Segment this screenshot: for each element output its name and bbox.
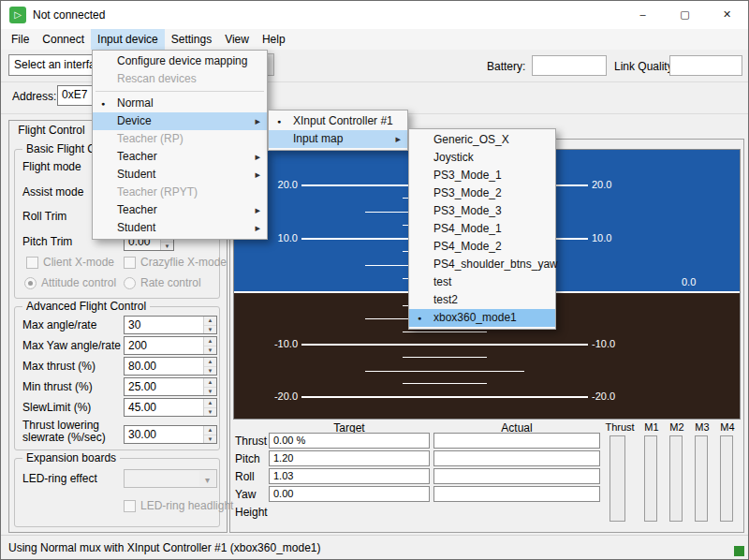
menu-connect[interactable]: Connect bbox=[36, 29, 91, 50]
menu-item-ps4-mode-2[interactable]: PS4_Mode_2 bbox=[409, 238, 555, 256]
horizon-label: 0.0 bbox=[682, 276, 696, 287]
max-yaw-angle-rate-value: 200 bbox=[128, 339, 147, 352]
group-advanced-flight-control: Advanced Flight Control Max angle/rate 3… bbox=[14, 306, 220, 450]
spinner-buttons-icon[interactable] bbox=[203, 399, 216, 416]
menu-file[interactable]: File bbox=[5, 29, 36, 50]
chevron-down-icon bbox=[199, 471, 215, 486]
pitch-label-right: 20.0 bbox=[592, 179, 611, 190]
window-controls: – ▢ ✕ bbox=[622, 1, 748, 29]
yaw-target-field[interactable]: 0.00 bbox=[269, 486, 430, 502]
motor-header-m1: M1 bbox=[640, 421, 663, 433]
row-label-pitch: Pitch bbox=[235, 452, 260, 465]
menu-settings[interactable]: Settings bbox=[165, 29, 218, 50]
max-thrust-spinbox[interactable]: 80.00 bbox=[124, 357, 217, 376]
min-thrust-label: Min thrust (%) bbox=[22, 380, 93, 393]
spinner-buttons-icon[interactable] bbox=[203, 337, 216, 354]
attitude-control-radio bbox=[24, 277, 37, 289]
min-thrust-spinbox[interactable]: 25.00 bbox=[124, 377, 217, 396]
menu-item-normal[interactable]: Normal bbox=[93, 95, 267, 112]
slewlimit-spinbox[interactable]: 45.00 bbox=[124, 398, 217, 417]
connection-led bbox=[734, 546, 744, 556]
pitch-actual-field[interactable] bbox=[433, 450, 600, 466]
pitch-target-field[interactable]: 1.20 bbox=[269, 450, 430, 466]
menu-item-xbox360-mode1[interactable]: xbox360_mode1 bbox=[409, 309, 555, 327]
menu-item-student[interactable]: Student bbox=[93, 219, 267, 237]
menu-input-device[interactable]: Input device bbox=[91, 29, 165, 50]
menu-item-device[interactable]: Device bbox=[93, 112, 267, 130]
menu-item-generic-os-x[interactable]: Generic_OS_X bbox=[409, 131, 555, 149]
client-xmode-label: Client X-mode bbox=[43, 256, 114, 269]
menu-item-ps4-mode-1[interactable]: PS4_Mode_1 bbox=[409, 220, 555, 238]
link-quality-field bbox=[669, 55, 742, 76]
menu-item-xinput-controller-1[interactable]: XInput Controller #1 bbox=[269, 112, 407, 130]
battery-field bbox=[532, 55, 607, 76]
thrust-lowering-slewrate-spinbox[interactable]: 30.00 bbox=[124, 425, 217, 444]
group-title: Expansion boards bbox=[22, 451, 120, 464]
min-thrust-value: 25.00 bbox=[128, 380, 156, 393]
pitch-line bbox=[403, 383, 487, 384]
group-expansion-boards: Expansion boards LED-ring effect LED-rin… bbox=[14, 458, 220, 527]
minimize-button[interactable]: – bbox=[622, 1, 664, 29]
max-thrust-value: 80.00 bbox=[128, 360, 156, 373]
yaw-actual-field[interactable] bbox=[433, 486, 600, 502]
menu-item-student[interactable]: Student bbox=[93, 166, 267, 184]
maximize-button[interactable]: ▢ bbox=[664, 1, 706, 29]
roll-trim-label: Roll Trim bbox=[22, 210, 66, 223]
thrust-gauge bbox=[609, 435, 625, 522]
motor-header-m3: M3 bbox=[691, 421, 713, 433]
row-label-yaw: Yaw bbox=[235, 488, 256, 501]
led-ring-headlight-label: LED-ring headlight bbox=[140, 499, 233, 512]
max-yaw-angle-rate-label: Max Yaw angle/rate bbox=[22, 339, 121, 352]
pitch-line bbox=[365, 371, 524, 372]
thrust-actual-field[interactable] bbox=[433, 433, 600, 449]
max-angle-rate-spinbox[interactable]: 30 bbox=[124, 316, 217, 334]
spinner-buttons-icon[interactable] bbox=[203, 317, 216, 333]
menu-view[interactable]: View bbox=[218, 29, 256, 50]
address-label: Address: bbox=[12, 90, 56, 103]
menu-item-ps3-mode-1[interactable]: PS3_Mode_1 bbox=[409, 167, 555, 184]
menu-separator bbox=[95, 91, 264, 92]
tab-flight-control[interactable]: Flight Control bbox=[8, 120, 95, 140]
motor-header-thrust: Thrust bbox=[604, 421, 636, 433]
menu-item-teacher[interactable]: Teacher bbox=[93, 201, 267, 219]
crazyflie-xmode-checkbox bbox=[124, 257, 136, 269]
pitch-line bbox=[403, 332, 487, 332]
pitch-label-left: -10.0 bbox=[260, 338, 298, 349]
pitch-line bbox=[301, 344, 588, 346]
roll-actual-field[interactable] bbox=[433, 468, 600, 484]
menu-item-rescan-devices: Rescan devices bbox=[93, 70, 267, 88]
spinner-buttons-icon[interactable] bbox=[203, 426, 216, 443]
max-angle-rate-value: 30 bbox=[128, 318, 140, 332]
m3-gauge bbox=[695, 435, 708, 522]
motor-header-m4: M4 bbox=[716, 421, 739, 433]
max-angle-rate-label: Max angle/rate bbox=[22, 318, 96, 332]
pitch-label-right: -10.0 bbox=[592, 338, 615, 349]
menu-item-joystick[interactable]: Joystick bbox=[409, 149, 555, 167]
menu-item-teacher[interactable]: Teacher bbox=[93, 148, 267, 166]
close-button[interactable]: ✕ bbox=[706, 1, 748, 29]
menu-item-input-map[interactable]: Input map bbox=[269, 130, 407, 148]
menu-item-test2[interactable]: test2 bbox=[409, 291, 555, 309]
rate-control-radio bbox=[124, 277, 136, 289]
motor-header-m2: M2 bbox=[666, 421, 688, 433]
row-label-height: Height bbox=[235, 506, 268, 519]
spinner-buttons-icon[interactable] bbox=[203, 358, 216, 375]
menu-help[interactable]: Help bbox=[256, 29, 292, 50]
address-value: 0xE7 bbox=[62, 88, 87, 101]
slewlimit-value: 45.00 bbox=[128, 401, 156, 414]
assist-mode-label: Assist mode bbox=[22, 185, 83, 199]
menu-item-ps3-mode-3[interactable]: PS3_Mode_3 bbox=[409, 202, 555, 220]
thrust-lowering-slewrate-value: 30.00 bbox=[128, 428, 156, 441]
spinner-buttons-icon[interactable] bbox=[203, 378, 216, 395]
input-map-submenu: Generic_OS_X Joystick PS3_Mode_1 PS3_Mod… bbox=[408, 128, 556, 330]
pitch-line bbox=[403, 357, 487, 358]
max-yaw-angle-rate-spinbox[interactable]: 200 bbox=[124, 336, 217, 355]
menu-item-test[interactable]: test bbox=[409, 273, 555, 291]
m2-gauge bbox=[669, 435, 683, 522]
menu-item-ps3-mode-2[interactable]: PS3_Mode_2 bbox=[409, 184, 555, 202]
crazyflie-xmode-label: Crazyflie X-mode bbox=[140, 256, 227, 269]
roll-target-field[interactable]: 1.03 bbox=[269, 468, 430, 484]
menu-item-configure-device-mapping[interactable]: Configure device mapping bbox=[93, 52, 267, 70]
menu-item-ps4-shoulder-btns-yaw[interactable]: PS4_shoulder_btns_yaw bbox=[409, 256, 555, 273]
thrust-target-field[interactable]: 0.00 % bbox=[269, 433, 430, 449]
